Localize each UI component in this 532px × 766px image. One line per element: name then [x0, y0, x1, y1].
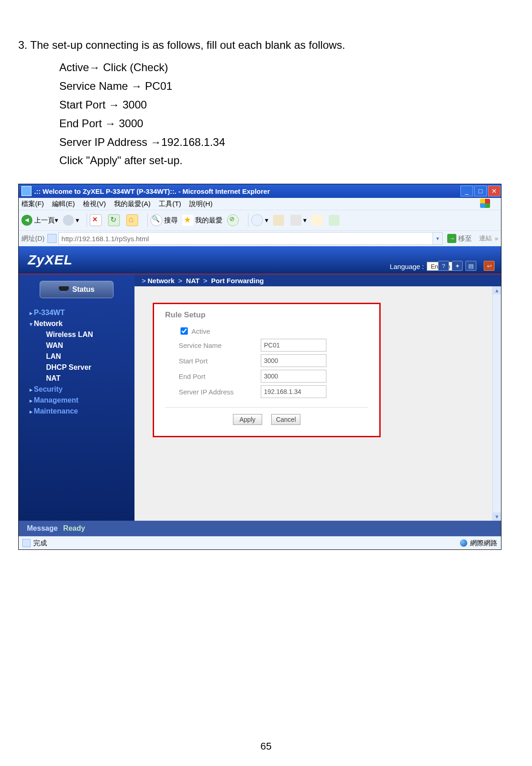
- status-zone: 網際網路: [470, 539, 497, 548]
- address-bar: 網址(D) ▾ →移至 連結»: [19, 231, 501, 246]
- menu-edit[interactable]: 編輯(E): [52, 200, 75, 208]
- site-icon[interactable]: ▤: [465, 261, 476, 271]
- address-label: 網址(D): [21, 234, 45, 243]
- scroll-down-icon[interactable]: ▼: [493, 512, 501, 521]
- print-button[interactable]: ▾: [290, 215, 307, 226]
- instruction-end: End Port → 3000: [59, 114, 514, 133]
- instruction-apply: Click "Apply" after set-up.: [59, 151, 514, 170]
- menu-bar: 檔案(F) 編輯(E) 檢視(V) 我的最愛(A) 工具(T) 說明(H): [19, 198, 501, 210]
- favorites-button[interactable]: 我的最愛: [182, 215, 222, 226]
- stop-icon: [90, 214, 102, 226]
- edit-icon: [311, 215, 322, 226]
- go-button[interactable]: →移至: [447, 234, 472, 243]
- service-name-label: Service Name: [179, 342, 261, 349]
- status-done: 完成: [33, 539, 47, 548]
- ie-icon: [21, 186, 31, 196]
- rule-setup-panel: Rule Setup Active Service Name Start Por…: [153, 303, 381, 437]
- forward-button[interactable]: ▾: [63, 215, 79, 226]
- mail-button[interactable]: [273, 215, 286, 226]
- sidebar-wan[interactable]: WAN: [19, 340, 134, 351]
- minimize-button[interactable]: _: [460, 186, 473, 197]
- menu-file[interactable]: 檔案(F): [21, 200, 44, 208]
- links-label[interactable]: 連結: [479, 234, 492, 243]
- instruction-service: Service Name → PC01: [59, 77, 514, 96]
- sidebar: Status P-334WT Network Wireless LAN WAN …: [19, 274, 134, 521]
- sidebar-security[interactable]: Security: [19, 384, 134, 395]
- app-body: Status P-334WT Network Wireless LAN WAN …: [19, 274, 501, 521]
- language-label: Language :: [390, 263, 424, 270]
- sidebar-lan[interactable]: LAN: [19, 351, 134, 362]
- status-page-icon: [22, 539, 31, 547]
- instruction-ip: Server IP Address →192.168.1.34: [59, 133, 514, 152]
- sidebar-dhcp[interactable]: DHCP Server: [19, 362, 134, 373]
- media-icon: [227, 214, 239, 226]
- active-checkbox[interactable]: [181, 327, 188, 335]
- window-titlebar: .:: Welcome to ZyXEL P-334WT (P-334WT)::…: [19, 184, 501, 198]
- home-button[interactable]: [126, 214, 140, 226]
- address-input[interactable]: [58, 232, 433, 245]
- discuss-icon: [329, 215, 340, 226]
- windows-flag-icon: [480, 199, 490, 208]
- search-button[interactable]: 搜尋: [150, 214, 178, 226]
- address-dropdown[interactable]: ▾: [433, 232, 443, 245]
- active-label: Active: [191, 327, 210, 335]
- page-icon: [47, 234, 57, 243]
- wizard-icon[interactable]: ✦: [452, 261, 463, 271]
- back-icon: [21, 215, 32, 226]
- search-icon: [150, 214, 162, 226]
- end-port-label: End Port: [179, 373, 261, 380]
- window-title: .:: Welcome to ZyXEL P-334WT (P-334WT)::…: [34, 187, 460, 195]
- sidebar-wireless-lan[interactable]: Wireless LAN: [19, 329, 134, 340]
- app-header: ZyXEL Language : English ? ✦ ▤ ↩: [19, 246, 501, 274]
- menu-view[interactable]: 檢視(V): [83, 200, 106, 208]
- history-icon: [251, 214, 263, 226]
- close-button[interactable]: ✕: [488, 186, 501, 197]
- sidebar-network[interactable]: Network: [19, 318, 134, 329]
- sidebar-device[interactable]: P-334WT: [19, 307, 134, 318]
- instruction-start: Start Port → 3000: [59, 96, 514, 114]
- refresh-icon: [108, 214, 120, 226]
- server-ip-input[interactable]: [261, 385, 326, 398]
- instruction-step: 3. The set-up connecting is as follows, …: [18, 36, 514, 54]
- ie-status-bar: 完成 網際網路: [19, 536, 501, 549]
- home-icon: [126, 214, 138, 226]
- logout-icon[interactable]: ↩: [484, 261, 495, 271]
- start-port-label: Start Port: [179, 357, 261, 365]
- back-button[interactable]: 上一頁 ▾: [21, 215, 58, 226]
- menu-tools[interactable]: 工具(T): [159, 200, 181, 208]
- instruction-active: Active→ Click (Check): [59, 58, 514, 77]
- discuss-button[interactable]: [329, 215, 341, 226]
- service-name-input[interactable]: [261, 339, 326, 352]
- edit-button[interactable]: [311, 215, 324, 226]
- panel-title: Rule Setup: [165, 311, 368, 320]
- media-button[interactable]: [227, 214, 241, 226]
- sidebar-status[interactable]: Status: [40, 281, 114, 298]
- maximize-button[interactable]: □: [474, 186, 487, 197]
- breadcrumb: >Network > NAT > Port Forwarding: [134, 274, 501, 286]
- forward-icon: [63, 215, 74, 226]
- main-panel: >Network > NAT > Port Forwarding Rule Se…: [134, 274, 501, 521]
- apply-button[interactable]: Apply: [233, 414, 262, 425]
- crumb-port-forwarding: Port Forwarding: [211, 277, 264, 285]
- stop-button[interactable]: [90, 214, 103, 226]
- sidebar-nat[interactable]: NAT: [19, 373, 134, 384]
- print-icon: [290, 215, 301, 226]
- refresh-button[interactable]: [108, 214, 122, 226]
- message-value: Ready: [63, 524, 85, 533]
- start-port-input[interactable]: [261, 354, 326, 367]
- server-ip-label: Server IP Address: [179, 388, 261, 396]
- history-button[interactable]: ▾: [251, 214, 269, 226]
- globe-icon: [460, 539, 467, 547]
- crumb-network: Network: [148, 277, 175, 285]
- end-port-input[interactable]: [261, 370, 326, 383]
- sidebar-management[interactable]: Management: [19, 395, 134, 406]
- cancel-button[interactable]: Cancel: [271, 414, 300, 425]
- zyxel-logo: ZyXEL: [28, 252, 72, 268]
- menu-help[interactable]: 說明(H): [189, 200, 212, 208]
- sidebar-maintenance[interactable]: Maintenance: [19, 406, 134, 417]
- help-icon[interactable]: ?: [438, 261, 449, 271]
- scroll-up-icon[interactable]: ▲: [493, 286, 501, 295]
- menu-favorites[interactable]: 我的最愛(A): [114, 200, 150, 208]
- scrollbar-vertical[interactable]: ▲ ▼: [492, 286, 501, 521]
- toolbar: 上一頁 ▾ ▾ 搜尋 我的最愛 ▾ ▾: [19, 210, 501, 231]
